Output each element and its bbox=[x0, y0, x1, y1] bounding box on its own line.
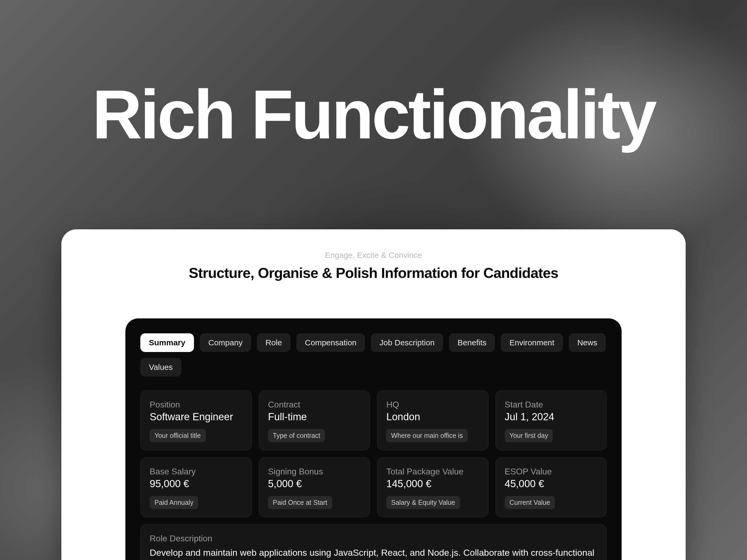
tab-compensation[interactable]: Compensation bbox=[297, 334, 365, 352]
tile-label: Start Date bbox=[505, 400, 598, 409]
tile-value: Jul 1, 2024 bbox=[505, 411, 598, 423]
tile-value: 45,000 € bbox=[505, 478, 598, 489]
tile-value: Software Engineer bbox=[150, 411, 242, 423]
tile-value: 145,000 € bbox=[386, 478, 479, 489]
tab-role[interactable]: Role bbox=[257, 334, 290, 352]
tile-tag: Type of contract bbox=[268, 429, 325, 442]
tile-value: 95,000 € bbox=[150, 478, 242, 489]
tab-job-description[interactable]: Job Description bbox=[371, 334, 443, 352]
tile-value: London bbox=[386, 411, 479, 423]
tile-role-description: Role Description Develop and maintain we… bbox=[140, 524, 607, 560]
tile-tag: Where our main office is bbox=[386, 429, 468, 442]
tile-value: 5,000 € bbox=[268, 478, 361, 489]
tile-tag: Your first day bbox=[505, 429, 553, 442]
tile-tag: Your official title bbox=[150, 429, 206, 442]
description-text: Develop and maintain web applications us… bbox=[150, 546, 597, 560]
tile-tag: Current Value bbox=[505, 496, 555, 509]
tile-label: Contract bbox=[268, 400, 361, 409]
tab-summary[interactable]: Summary bbox=[140, 334, 194, 352]
tile-hq: HQ London Where our main office is bbox=[377, 391, 488, 450]
tile-label: HQ bbox=[386, 400, 479, 409]
tile-label: Total Package Value bbox=[386, 466, 479, 477]
card-eyebrow: Engage, Excite & Convince bbox=[83, 251, 664, 260]
hero-title: Rich Functionality bbox=[92, 75, 655, 154]
tile-tag: Paid Annualy bbox=[150, 496, 198, 509]
tab-benefits[interactable]: Benefits bbox=[449, 334, 495, 352]
tile-esop-value: ESOP Value 45,000 € Current Value bbox=[495, 457, 607, 517]
tile-position: Position Software Engineer Your official… bbox=[140, 391, 252, 450]
tile-label: Signing Bonus bbox=[268, 466, 361, 477]
tile-start-date: Start Date Jul 1, 2024 Your first day bbox=[495, 391, 607, 450]
tab-company[interactable]: Company bbox=[200, 334, 251, 352]
card-heading: Structure, Organise & Polish Information… bbox=[83, 265, 664, 281]
tile-label: Position bbox=[150, 400, 242, 409]
tile-value: Full-time bbox=[268, 411, 361, 423]
tile-total-package: Total Package Value 145,000 € Salary & E… bbox=[377, 457, 488, 517]
tab-values[interactable]: Values bbox=[140, 358, 181, 376]
tile-contract: Contract Full-time Type of contract bbox=[259, 391, 370, 450]
tiles-row-2: Base Salary 95,000 € Paid Annualy Signin… bbox=[140, 457, 607, 517]
tab-environment[interactable]: Environment bbox=[501, 334, 563, 352]
content-card: Engage, Excite & Convince Structure, Org… bbox=[61, 229, 686, 560]
tabs-row: Summary Company Role Compensation Job De… bbox=[140, 334, 607, 376]
tile-label: Base Salary bbox=[150, 466, 242, 477]
tile-tag: Salary & Equity Value bbox=[386, 496, 460, 509]
tab-news[interactable]: News bbox=[569, 334, 606, 352]
tile-base-salary: Base Salary 95,000 € Paid Annualy bbox=[140, 457, 252, 517]
tiles-row-1: Position Software Engineer Your official… bbox=[140, 391, 607, 450]
summary-panel: Summary Company Role Compensation Job De… bbox=[125, 318, 622, 560]
tile-tag: Paid Once at Start bbox=[268, 496, 332, 509]
tile-signing-bonus: Signing Bonus 5,000 € Paid Once at Start bbox=[259, 457, 370, 517]
tile-label: ESOP Value bbox=[505, 466, 598, 477]
description-label: Role Description bbox=[150, 534, 597, 543]
